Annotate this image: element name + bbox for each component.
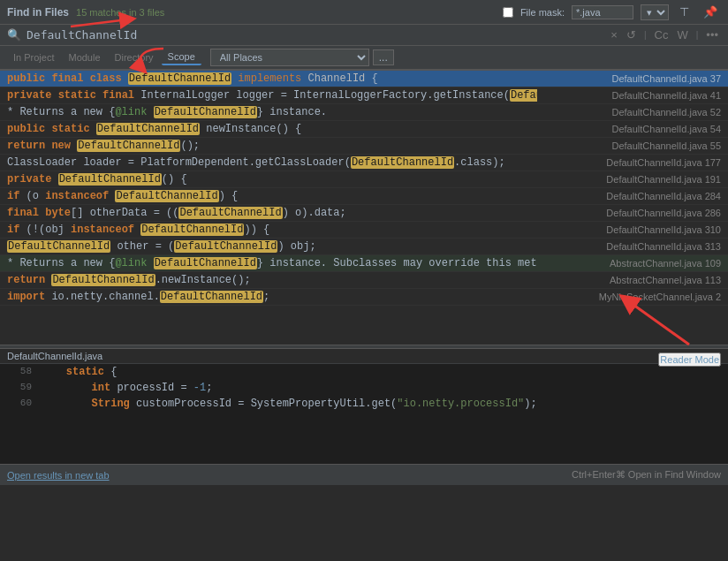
table-row[interactable]: DefaultChannelId other = (DefaultChannel… [0,239,728,255]
code-preview: DefaultChannelId.java Reader Mode 58 sta… [0,349,728,464]
more-options-button[interactable]: ••• [703,27,721,42]
result-file: AbstractChannel.java 109 [544,258,721,269]
find-title: Find in Files [7,6,69,19]
result-code: return new DefaultChannelId(); [7,140,537,152]
divider: | [642,30,648,41]
open-in-tab-link[interactable]: Open results in new tab [7,470,110,481]
table-row[interactable]: * Returns a new {@link DefaultChannelId}… [0,255,728,272]
line-number: 60 [7,398,32,408]
table-row[interactable]: private static final InternalLogger logg… [0,87,728,104]
search-row: 🔍 × ↺ | Cc W | ••• [0,25,728,46]
reader-mode-button[interactable]: Reader Mode [658,353,721,367]
tab-scope[interactable]: Scope [162,49,201,65]
line-code: int processId = -1; [41,382,212,394]
filter-button[interactable]: ⊤ [676,4,693,20]
table-row[interactable]: if (o instanceof DefaultChannelId) { Def… [0,188,728,205]
line-code: String customProcessId = SystemPropertyU… [41,398,537,410]
result-code: import io.netty.channel.DefaultChannelId… [7,291,537,303]
code-line: 60 String customProcessId = SystemProper… [0,398,728,413]
result-file: DefaultChannelId.java 310 [544,224,721,235]
result-code: private DefaultChannelId() { [7,173,537,186]
refresh-button[interactable]: ↺ [624,27,639,42]
scope-row: In Project Module Directory Scope All Pl… [0,46,728,71]
result-code: return DefaultChannelId.newInstance(); [7,274,537,286]
table-row[interactable]: if (!(obj instanceof DefaultChannelId)) … [0,222,728,239]
result-code: DefaultChannelId other = (DefaultChannel… [7,240,537,253]
code-line: 59 int processId = -1; [0,382,728,398]
result-code: * Returns a new {@link DefaultChannelId}… [7,106,537,118]
shortcut-hint: Ctrl+Enter⌘ Open in Find Window [572,469,721,481]
result-file: DefaultChannelId.java 55 [544,140,721,151]
line-code: static { [41,366,117,378]
result-file: DefaultChannelId.java 286 [544,208,721,218]
pin-button[interactable]: 📌 [700,4,721,20]
search-icon: 🔍 [7,28,21,42]
divider2: | [694,30,701,41]
code-preview-header: DefaultChannelId.java [0,349,728,364]
result-code: if (!(obj instanceof DefaultChannelId)) … [7,224,537,236]
result-file: MyNioSocketChannel.java 2 [544,292,721,302]
find-bar: Find in Files 15 matches in 3 files File… [0,0,728,25]
clear-button[interactable]: × [608,27,620,42]
line-number: 59 [7,382,32,392]
table-row[interactable]: import io.netty.channel.DefaultChannelId… [0,289,728,306]
file-mask-input[interactable] [572,5,633,19]
scope-more-button[interactable]: ... [373,49,394,65]
result-code: * Returns a new {@link DefaultChannelId}… [7,257,537,269]
result-file: AbstractChannel.java 113 [544,275,721,285]
result-code: if (o instanceof DefaultChannelId) { [7,190,537,202]
result-file: DefaultChannelId.java 313 [544,241,721,252]
result-code: private static final InternalLogger logg… [7,89,537,102]
result-file: DefaultChannelId.java 177 [544,157,721,168]
result-code: final byte[] otherData = ((DefaultChanne… [7,207,537,219]
file-mask-label: File mask: [520,7,565,18]
case-sensitive-button[interactable]: Cc [652,27,671,42]
result-code: public final class DefaultChannelId impl… [7,72,537,85]
tab-in-project[interactable]: In Project [7,50,60,64]
whole-word-button[interactable]: W [674,27,690,42]
file-mask-checkbox[interactable] [503,7,513,18]
line-number: 58 [7,366,32,376]
table-row[interactable]: public static DefaultChannelId newInstan… [0,121,728,138]
result-file: DefaultChannelId.java 41 [544,90,721,101]
match-count: 15 matches in 3 files [76,7,164,18]
table-row[interactable]: return new DefaultChannelId(); DefaultCh… [0,138,728,155]
result-code: public static DefaultChannelId newInstan… [7,123,537,135]
result-file: DefaultChannelId.java 37 [544,73,721,84]
tab-module[interactable]: Module [62,50,106,64]
result-file: DefaultChannelId.java 52 [544,107,721,118]
table-row[interactable]: ClassLoader loader = PlatformDependent.g… [0,155,728,171]
table-row[interactable]: return DefaultChannelId.newInstance(); A… [0,272,728,289]
file-mask-dropdown[interactable]: ▾ [641,4,669,20]
result-file: DefaultChannelId.java 191 [544,174,721,185]
result-file: DefaultChannelId.java 54 [544,124,721,134]
table-row[interactable]: private DefaultChannelId() { DefaultChan… [0,171,728,188]
result-file: DefaultChannelId.java 284 [544,191,721,201]
table-row[interactable]: * Returns a new {@link DefaultChannelId}… [0,104,728,121]
code-lines: 58 static { 59 int processId = -1; 60 St… [0,364,728,415]
code-line: 58 static { [0,366,728,382]
table-row[interactable]: final byte[] otherData = ((DefaultChanne… [0,205,728,222]
result-code: ClassLoader loader = PlatformDependent.g… [7,156,537,169]
scope-dropdown-wrap: All Places Project Files Project and Lib… [210,49,394,66]
preview-filename: DefaultChannelId.java [7,351,102,361]
table-row[interactable]: public final class DefaultChannelId impl… [0,71,728,87]
tab-directory[interactable]: Directory [109,50,160,64]
search-input[interactable] [27,28,603,42]
results-area[interactable]: public final class DefaultChannelId impl… [0,71,728,345]
search-actions: × ↺ | Cc W | ••• [608,27,721,42]
scope-dropdown[interactable]: All Places Project Files Project and Lib… [210,49,369,66]
bottom-bar: Open results in new tab Ctrl+Enter⌘ Open… [0,464,728,485]
